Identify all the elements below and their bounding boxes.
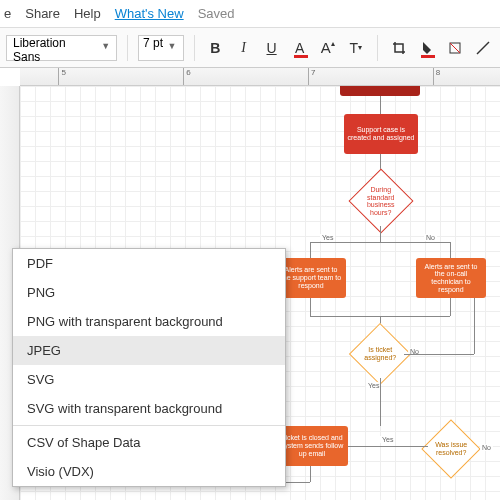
underline-button[interactable]: U <box>261 35 283 61</box>
export-png-transparent[interactable]: PNG with transparent background <box>13 307 285 336</box>
separator <box>194 35 195 61</box>
flow-shape[interactable] <box>340 86 420 96</box>
flow-shape[interactable]: Ticket is closed and system sends follow… <box>276 426 348 466</box>
flow-decision[interactable]: During standard business hours? <box>348 168 413 233</box>
menu-item-help[interactable]: Help <box>74 6 101 21</box>
export-csv[interactable]: CSV of Shape Data <box>13 428 285 457</box>
font-size-select[interactable]: 7 pt <box>138 35 183 61</box>
menu-item[interactable]: e <box>4 6 11 21</box>
crop-button[interactable] <box>388 35 410 61</box>
export-context-menu: PDF PNG PNG with transparent background … <box>12 248 286 487</box>
line-button[interactable] <box>472 35 494 61</box>
font-family-select[interactable]: Liberation Sans <box>6 35 117 61</box>
svg-line-1 <box>450 43 460 53</box>
fill-color-button[interactable] <box>416 35 438 61</box>
text-style-button[interactable]: T▾ <box>345 35 367 61</box>
export-svg[interactable]: SVG <box>13 365 285 394</box>
export-png[interactable]: PNG <box>13 278 285 307</box>
separator <box>377 35 378 61</box>
export-svg-transparent[interactable]: SVG with transparent background <box>13 394 285 423</box>
font-family-value: Liberation Sans <box>13 36 66 64</box>
flow-decision[interactable]: Was issue resolved? <box>421 419 480 478</box>
save-status: Saved <box>198 6 235 21</box>
flow-shape[interactable]: Alerts are sent to the support team to r… <box>276 258 346 298</box>
svg-line-2 <box>477 42 489 54</box>
separator <box>127 35 128 61</box>
font-size-value: 7 pt <box>143 36 163 50</box>
font-color-button[interactable]: A <box>289 35 311 61</box>
export-visio[interactable]: Visio (VDX) <box>13 457 285 486</box>
flow-shape[interactable]: Support case is created and assigned <box>344 114 418 154</box>
flow-shape[interactable]: Alerts are sent to the on-call technicia… <box>416 258 486 298</box>
menu-item-share[interactable]: Share <box>25 6 60 21</box>
export-pdf[interactable]: PDF <box>13 249 285 278</box>
bold-button[interactable]: B <box>204 35 226 61</box>
menu-item-whatsnew[interactable]: What's New <box>115 6 184 21</box>
font-size-increase-button[interactable]: A▴ <box>317 35 339 61</box>
menubar: e Share Help What's New Saved <box>0 0 500 28</box>
flow-decision[interactable]: Is ticket assigned? <box>349 323 411 385</box>
ruler-horizontal: 5 6 7 8 <box>20 68 500 86</box>
clear-button[interactable] <box>444 35 466 61</box>
toolbar: Liberation Sans 7 pt B I U A A▴ T▾ <box>0 28 500 68</box>
italic-button[interactable]: I <box>232 35 254 61</box>
export-jpeg[interactable]: JPEG <box>13 336 285 365</box>
menu-separator <box>13 425 285 426</box>
